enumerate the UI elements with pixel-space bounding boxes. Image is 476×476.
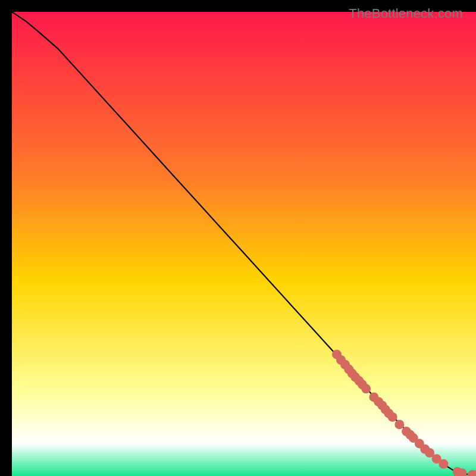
data-marker: [439, 459, 448, 469]
chart-svg: [12, 12, 476, 476]
gradient-background: [12, 12, 476, 476]
data-marker: [361, 384, 371, 393]
chart-frame: TheBottleneck.com: [6, 6, 470, 470]
watermark-text: TheBottleneck.com: [349, 6, 463, 21]
data-marker: [394, 419, 404, 429]
data-marker: [388, 412, 397, 422]
